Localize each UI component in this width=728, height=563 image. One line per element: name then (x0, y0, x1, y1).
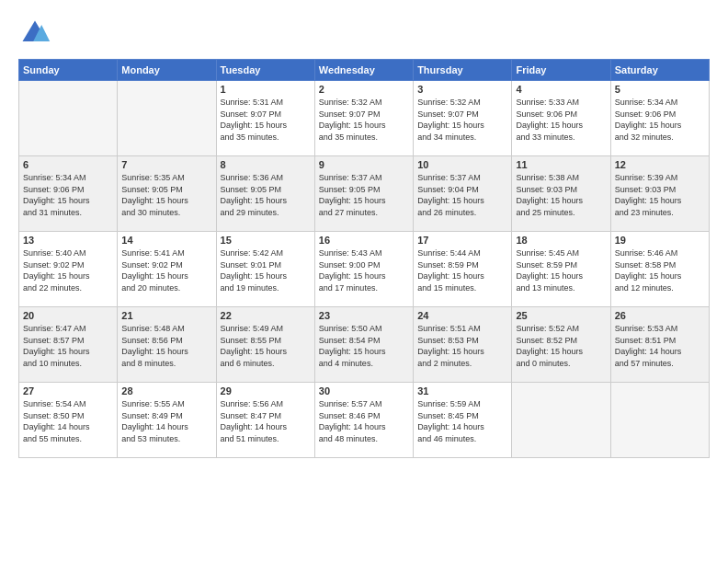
day-number: 14 (121, 235, 211, 246)
weekday-header: Sunday (19, 60, 118, 81)
calendar-cell: 16Sunrise: 5:43 AM Sunset: 9:00 PM Dayli… (314, 232, 413, 307)
calendar-cell: 27Sunrise: 5:54 AM Sunset: 8:50 PM Dayli… (19, 383, 118, 458)
calendar-cell: 1Sunrise: 5:31 AM Sunset: 9:07 PM Daylig… (216, 81, 314, 156)
day-number: 23 (319, 310, 409, 321)
header (18, 17, 710, 50)
day-number: 21 (121, 310, 211, 321)
day-info: Sunrise: 5:48 AM Sunset: 8:56 PM Dayligh… (121, 323, 211, 369)
day-number: 20 (23, 310, 113, 321)
calendar-cell: 25Sunrise: 5:52 AM Sunset: 8:52 PM Dayli… (512, 307, 610, 383)
calendar-cell: 29Sunrise: 5:56 AM Sunset: 8:47 PM Dayli… (216, 383, 314, 458)
day-number: 13 (23, 235, 113, 246)
day-number: 4 (516, 84, 606, 95)
day-number: 31 (417, 385, 507, 396)
logo-icon (18, 17, 51, 50)
day-number: 11 (516, 159, 606, 170)
calendar-cell: 20Sunrise: 5:47 AM Sunset: 8:57 PM Dayli… (19, 307, 118, 383)
calendar-cell: 28Sunrise: 5:55 AM Sunset: 8:49 PM Dayli… (118, 383, 216, 458)
weekday-header: Wednesday (314, 60, 413, 81)
calendar-cell: 2Sunrise: 5:32 AM Sunset: 9:07 PM Daylig… (314, 81, 413, 156)
day-number: 22 (221, 310, 311, 321)
calendar-cell: 9Sunrise: 5:37 AM Sunset: 9:05 PM Daylig… (314, 156, 413, 232)
calendar-cell: 23Sunrise: 5:50 AM Sunset: 8:54 PM Dayli… (314, 307, 413, 383)
day-number: 10 (417, 159, 507, 170)
day-number: 3 (417, 84, 507, 95)
page: SundayMondayTuesdayWednesdayThursdayFrid… (0, 0, 728, 563)
day-info: Sunrise: 5:45 AM Sunset: 8:59 PM Dayligh… (516, 247, 606, 293)
day-info: Sunrise: 5:33 AM Sunset: 9:06 PM Dayligh… (516, 97, 606, 143)
day-info: Sunrise: 5:32 AM Sunset: 9:07 PM Dayligh… (319, 97, 409, 143)
day-info: Sunrise: 5:32 AM Sunset: 9:07 PM Dayligh… (417, 97, 507, 143)
day-info: Sunrise: 5:49 AM Sunset: 8:55 PM Dayligh… (221, 323, 311, 369)
day-number: 30 (319, 385, 409, 396)
day-info: Sunrise: 5:52 AM Sunset: 8:52 PM Dayligh… (516, 323, 606, 369)
logo (18, 17, 55, 50)
weekday-header-row: SundayMondayTuesdayWednesdayThursdayFrid… (19, 60, 710, 81)
calendar-cell: 19Sunrise: 5:46 AM Sunset: 8:58 PM Dayli… (610, 232, 709, 307)
day-info: Sunrise: 5:38 AM Sunset: 9:03 PM Dayligh… (516, 172, 606, 218)
day-number: 9 (319, 159, 409, 170)
calendar-cell: 30Sunrise: 5:57 AM Sunset: 8:46 PM Dayli… (314, 383, 413, 458)
calendar-cell: 11Sunrise: 5:38 AM Sunset: 9:03 PM Dayli… (512, 156, 610, 232)
calendar-cell (512, 383, 610, 458)
weekday-header: Thursday (414, 60, 512, 81)
weekday-header: Saturday (610, 60, 709, 81)
day-number: 16 (319, 235, 409, 246)
calendar-cell: 12Sunrise: 5:39 AM Sunset: 9:03 PM Dayli… (610, 156, 709, 232)
calendar-cell (118, 81, 216, 156)
calendar-cell: 6Sunrise: 5:34 AM Sunset: 9:06 PM Daylig… (19, 156, 118, 232)
weekday-header: Tuesday (216, 60, 314, 81)
day-info: Sunrise: 5:37 AM Sunset: 9:05 PM Dayligh… (319, 172, 409, 218)
day-info: Sunrise: 5:31 AM Sunset: 9:07 PM Dayligh… (221, 97, 311, 143)
calendar-cell (610, 383, 709, 458)
calendar-cell: 24Sunrise: 5:51 AM Sunset: 8:53 PM Dayli… (414, 307, 512, 383)
day-info: Sunrise: 5:41 AM Sunset: 9:02 PM Dayligh… (121, 247, 211, 293)
day-info: Sunrise: 5:39 AM Sunset: 9:03 PM Dayligh… (615, 172, 705, 218)
calendar-week-row: 13Sunrise: 5:40 AM Sunset: 9:02 PM Dayli… (19, 232, 710, 307)
calendar-cell: 8Sunrise: 5:36 AM Sunset: 9:05 PM Daylig… (216, 156, 314, 232)
day-number: 12 (615, 159, 705, 170)
day-number: 8 (221, 159, 311, 170)
weekday-header: Monday (118, 60, 216, 81)
day-number: 25 (516, 310, 606, 321)
day-info: Sunrise: 5:44 AM Sunset: 8:59 PM Dayligh… (417, 247, 507, 293)
day-number: 24 (417, 310, 507, 321)
day-number: 18 (516, 235, 606, 246)
day-info: Sunrise: 5:55 AM Sunset: 8:49 PM Dayligh… (121, 398, 211, 444)
calendar-week-row: 1Sunrise: 5:31 AM Sunset: 9:07 PM Daylig… (19, 81, 710, 156)
calendar-cell: 10Sunrise: 5:37 AM Sunset: 9:04 PM Dayli… (414, 156, 512, 232)
day-info: Sunrise: 5:53 AM Sunset: 8:51 PM Dayligh… (615, 323, 705, 369)
day-number: 1 (221, 84, 311, 95)
calendar-cell: 13Sunrise: 5:40 AM Sunset: 9:02 PM Dayli… (19, 232, 118, 307)
day-info: Sunrise: 5:35 AM Sunset: 9:05 PM Dayligh… (121, 172, 211, 218)
calendar-week-row: 20Sunrise: 5:47 AM Sunset: 8:57 PM Dayli… (19, 307, 710, 383)
day-info: Sunrise: 5:43 AM Sunset: 9:00 PM Dayligh… (319, 247, 409, 293)
calendar-cell: 14Sunrise: 5:41 AM Sunset: 9:02 PM Dayli… (118, 232, 216, 307)
day-number: 15 (221, 235, 311, 246)
calendar-cell: 3Sunrise: 5:32 AM Sunset: 9:07 PM Daylig… (414, 81, 512, 156)
day-info: Sunrise: 5:34 AM Sunset: 9:06 PM Dayligh… (23, 172, 113, 218)
calendar-cell: 7Sunrise: 5:35 AM Sunset: 9:05 PM Daylig… (118, 156, 216, 232)
calendar-cell: 4Sunrise: 5:33 AM Sunset: 9:06 PM Daylig… (512, 81, 610, 156)
calendar-cell: 18Sunrise: 5:45 AM Sunset: 8:59 PM Dayli… (512, 232, 610, 307)
day-info: Sunrise: 5:46 AM Sunset: 8:58 PM Dayligh… (615, 247, 705, 293)
day-info: Sunrise: 5:54 AM Sunset: 8:50 PM Dayligh… (23, 398, 113, 444)
calendar-cell: 26Sunrise: 5:53 AM Sunset: 8:51 PM Dayli… (610, 307, 709, 383)
day-number: 28 (121, 385, 211, 396)
calendar-week-row: 27Sunrise: 5:54 AM Sunset: 8:50 PM Dayli… (19, 383, 710, 458)
day-info: Sunrise: 5:50 AM Sunset: 8:54 PM Dayligh… (319, 323, 409, 369)
weekday-header: Friday (512, 60, 610, 81)
day-info: Sunrise: 5:57 AM Sunset: 8:46 PM Dayligh… (319, 398, 409, 444)
day-info: Sunrise: 5:56 AM Sunset: 8:47 PM Dayligh… (221, 398, 311, 444)
day-number: 7 (121, 159, 211, 170)
day-number: 29 (221, 385, 311, 396)
calendar-cell: 15Sunrise: 5:42 AM Sunset: 9:01 PM Dayli… (216, 232, 314, 307)
day-info: Sunrise: 5:59 AM Sunset: 8:45 PM Dayligh… (417, 398, 507, 444)
calendar-cell: 17Sunrise: 5:44 AM Sunset: 8:59 PM Dayli… (414, 232, 512, 307)
calendar-cell: 31Sunrise: 5:59 AM Sunset: 8:45 PM Dayli… (414, 383, 512, 458)
day-number: 27 (23, 385, 113, 396)
day-info: Sunrise: 5:40 AM Sunset: 9:02 PM Dayligh… (23, 247, 113, 293)
day-info: Sunrise: 5:36 AM Sunset: 9:05 PM Dayligh… (221, 172, 311, 218)
day-number: 5 (615, 84, 705, 95)
day-number: 2 (319, 84, 409, 95)
